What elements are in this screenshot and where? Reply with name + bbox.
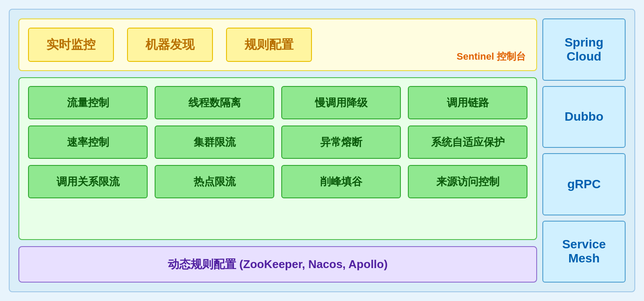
sidebar: Spring Cloud Dubbo gRPC Service Mesh — [542, 18, 626, 283]
dynamic-panel: 动态规则配置 (ZooKeeper, Nacos, Apollo) — [18, 246, 537, 283]
feature-slow-call-degrade: 慢调用降级 — [281, 86, 401, 119]
sentinel-boxes: 实时监控 机器发现 规则配置 — [28, 28, 527, 62]
sidebar-item-dubbo: Dubbo — [542, 86, 626, 148]
feature-cluster-limit: 集群限流 — [155, 125, 274, 159]
feature-exception-circuit: 异常熔断 — [281, 125, 401, 159]
feature-hotspot-limit: 热点限流 — [155, 165, 274, 198]
features-row-3: 调用关系限流 热点限流 削峰填谷 来源访问控制 — [28, 165, 527, 198]
features-row-1: 流量控制 线程数隔离 慢调用降级 调用链路 — [28, 86, 527, 119]
feature-flow-control: 流量控制 — [28, 86, 148, 119]
feature-peak-shaving: 削峰填谷 — [281, 165, 401, 198]
dynamic-label: 动态规则配置 (ZooKeeper, Nacos, Apollo) — [168, 257, 388, 272]
sidebar-item-grpc: gRPC — [542, 153, 626, 215]
feature-call-relation-limit: 调用关系限流 — [28, 165, 148, 198]
feature-rate-control: 速率控制 — [28, 125, 148, 159]
sentinel-box-discovery: 机器发现 — [127, 28, 213, 62]
sentinel-label: Sentinel 控制台 — [456, 50, 526, 63]
feature-call-chain: 调用链路 — [408, 86, 527, 119]
sentinel-panel: 实时监控 机器发现 规则配置 Sentinel 控制台 — [18, 18, 537, 71]
main-content-area: 实时监控 机器发现 规则配置 Sentinel 控制台 流量控制 线程数隔离 — [18, 18, 537, 283]
features-panel: 流量控制 线程数隔离 慢调用降级 调用链路 速率控制 集群限流 — [18, 77, 537, 240]
feature-source-access-control: 来源访问控制 — [408, 165, 527, 198]
sentinel-box-realtime: 实时监控 — [28, 28, 114, 62]
feature-system-adaptive: 系统自适应保护 — [408, 125, 527, 159]
sentinel-box-config: 规则配置 — [226, 28, 312, 62]
sidebar-item-spring-cloud: Spring Cloud — [542, 18, 626, 81]
feature-thread-isolation: 线程数隔离 — [155, 86, 274, 119]
features-row-2: 速率控制 集群限流 异常熔断 系统自适应保护 — [28, 125, 527, 159]
sidebar-item-service-mesh: Service Mesh — [542, 221, 626, 283]
main-container: 实时监控 机器发现 规则配置 Sentinel 控制台 流量控制 线程数隔离 — [9, 9, 635, 292]
